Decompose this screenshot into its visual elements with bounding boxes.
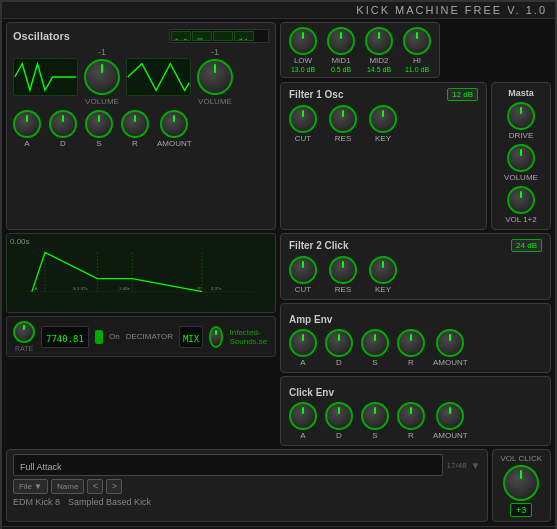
click-env-panel: Click Env A D S: [280, 376, 551, 446]
filter2-badge: 24 dB: [511, 239, 542, 252]
eq-hi-value: 11.0 dB: [405, 66, 429, 73]
eq-mid1-knob[interactable]: [327, 27, 355, 55]
amp-r: R: [397, 329, 425, 367]
adsr-d: D: [49, 110, 77, 148]
filter1-cut: CUT: [289, 105, 317, 143]
adsr-a-label: A: [24, 139, 29, 148]
vol-click-knob[interactable]: [503, 465, 539, 501]
adsr-r-knob[interactable]: [121, 110, 149, 138]
filter1-panel: Filter 1 Osc 12 dB CUT RES: [280, 82, 487, 230]
eq-mid2: MID2 14.5 dB: [365, 27, 393, 73]
name-button[interactable]: Name: [51, 479, 84, 494]
masta-volume: VOLUME: [504, 144, 538, 182]
adsr-a-knob[interactable]: [13, 110, 41, 138]
adsr-d-knob[interactable]: [49, 110, 77, 138]
eq-mid2-knob[interactable]: [365, 27, 393, 55]
adsr-s-label: S: [96, 139, 101, 148]
eq-low-value: 13.0 dB: [291, 66, 315, 73]
masta-drive-knob[interactable]: [507, 102, 535, 130]
preset-name: Full Attack: [20, 462, 62, 472]
click-s-knob[interactable]: [361, 402, 389, 430]
masta-volume-label: VOLUME: [504, 173, 538, 182]
eq-hi: HI 11.0 dB: [403, 27, 431, 73]
filter1-cut-knob[interactable]: [289, 105, 317, 133]
eq-mid2-value: 14.5 dB: [367, 66, 391, 73]
vol-click-label: VOL CLICK: [501, 454, 543, 463]
eq-mid1: MID1 0.5 dB: [327, 27, 355, 73]
amp-amount: AMOUNT: [433, 329, 468, 367]
adsr-amount-label: AMOUNT: [157, 139, 192, 148]
masta-drive: DRIVE: [507, 102, 535, 140]
click-r: R: [397, 402, 425, 440]
masta-title: Masta: [508, 88, 534, 98]
osc1-display: [13, 58, 78, 96]
adsr-a: A: [13, 110, 41, 148]
osc2-display: [126, 58, 191, 96]
eq-low: LOW 13.0 dB: [289, 27, 317, 73]
amp-d: D: [325, 329, 353, 367]
file-button[interactable]: File ▼: [13, 479, 48, 494]
osc2-volume-knob[interactable]: [197, 59, 233, 95]
adsr-amount-knob[interactable]: [160, 110, 188, 138]
filter1-badge: 12 dB: [447, 88, 478, 101]
preset-panel: Full Attack 17/48 ▼ File ▼ Name < > EDM …: [6, 449, 488, 522]
filter1-res-knob[interactable]: [329, 105, 357, 133]
preset-counter: 17/48: [447, 461, 467, 470]
filter2-res-knob[interactable]: [329, 256, 357, 284]
infected-label: Infected-Sounds.se: [229, 328, 269, 346]
eq-low-knob[interactable]: [289, 27, 317, 55]
kick-name: EDM Kick 8: [13, 497, 60, 507]
click-amount-knob[interactable]: [436, 402, 464, 430]
rate-value: 7740.81: [46, 334, 84, 344]
adsr-amount: AMOUNT: [157, 110, 192, 148]
amp-s-knob[interactable]: [361, 329, 389, 357]
mix-knob[interactable]: [209, 326, 223, 348]
click-a-knob[interactable]: [289, 402, 317, 430]
filter1-key-knob[interactable]: [369, 105, 397, 133]
eq-hi-knob[interactable]: [403, 27, 431, 55]
rate-knob[interactable]: [13, 321, 35, 343]
svg-text:A: A: [35, 286, 38, 291]
title-bar: KICK MACHINE FREE V. 1.0: [2, 2, 555, 19]
amp-amount-knob[interactable]: [436, 329, 464, 357]
masta-vol12-knob[interactable]: [507, 186, 535, 214]
oscillators-title: Oscillators: [13, 30, 70, 42]
filter2-title: Filter 2 Click: [289, 240, 348, 251]
preset-dropdown-icon: ▼: [471, 460, 481, 471]
filter2-key-knob[interactable]: [369, 256, 397, 284]
svg-text:R: R: [198, 286, 201, 291]
click-r-knob[interactable]: [397, 402, 425, 430]
filter2-panel: Filter 2 Click 24 dB CUT RES KEY: [280, 233, 551, 300]
click-a: A: [289, 402, 317, 440]
adsr-r-label: R: [132, 139, 138, 148]
on-button[interactable]: [95, 330, 103, 344]
amp-a-knob[interactable]: [289, 329, 317, 357]
click-amount: AMOUNT: [433, 402, 468, 440]
adsr-s-knob[interactable]: [85, 110, 113, 138]
filter2-key: KEY: [369, 256, 397, 294]
osc1-volume-label: VOLUME: [85, 97, 119, 106]
masta-panel: Masta DRIVE VOLUME VOL 1+2: [491, 82, 551, 230]
osc1-volume-knob[interactable]: [84, 59, 120, 95]
filter1-res: RES: [329, 105, 357, 143]
waveform-selector: [169, 29, 269, 43]
prev-button[interactable]: <: [87, 479, 103, 494]
on-label: On: [109, 332, 120, 341]
svg-text:2.48s: 2.48s: [119, 286, 130, 291]
adsr-d-label: D: [60, 139, 66, 148]
filter2-cut: CUT: [289, 256, 317, 294]
decimator-label: DECIMATOR: [126, 332, 173, 341]
click-d-knob[interactable]: [325, 402, 353, 430]
amp-d-knob[interactable]: [325, 329, 353, 357]
next-button[interactable]: >: [106, 479, 122, 494]
mix-label: MIX: [183, 334, 199, 344]
adsr-s: S: [85, 110, 113, 148]
vol-click-value: +3: [510, 503, 532, 517]
svg-text:3.37s: 3.37s: [211, 286, 222, 291]
svg-text:S 1.07s: S 1.07s: [73, 286, 89, 291]
masta-volume-knob[interactable]: [507, 144, 535, 172]
rate-label: RATE: [15, 345, 33, 352]
main-window: KICK MACHINE FREE V. 1.0 Oscillators: [0, 0, 557, 529]
amp-r-knob[interactable]: [397, 329, 425, 357]
filter2-cut-knob[interactable]: [289, 256, 317, 284]
